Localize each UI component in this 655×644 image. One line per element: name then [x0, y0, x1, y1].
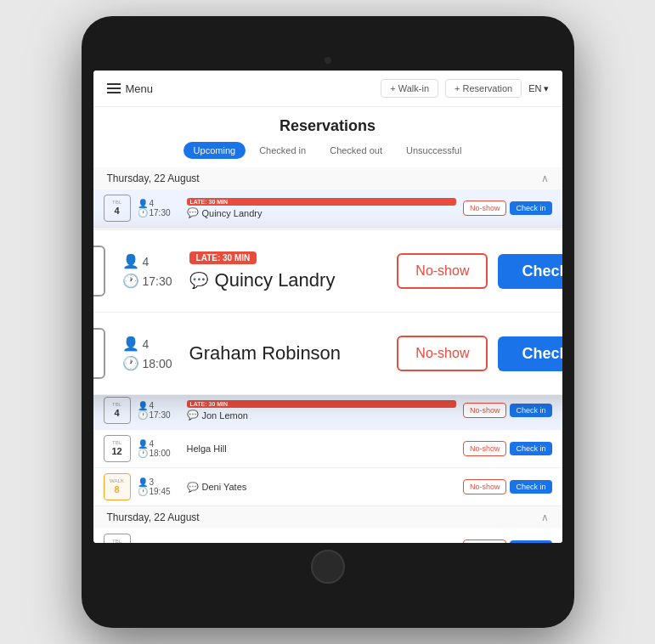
exp-no-show-button-2[interactable]: No-show — [397, 336, 488, 371]
exp-guests-2: 👤 4 — [122, 336, 172, 352]
guests-count: 4 — [150, 199, 155, 208]
time-value: 19:45 — [150, 487, 171, 496]
res-actions: No-show Check in — [463, 479, 552, 494]
no-show-button[interactable]: No-show — [463, 441, 507, 456]
table-row: TBL 4 👤 4 🕐 17:30 LATE — [93, 189, 562, 228]
ipad-frame: Menu + Walk-in + Reservation EN ▾ Reserv… — [82, 16, 574, 628]
res-time: 🕐 19:45 — [138, 487, 180, 496]
clock-icon: 🕐 — [122, 273, 139, 289]
check-in-button[interactable]: Check in — [510, 442, 551, 455]
section-date-1: Thursday, 22 August — [107, 172, 200, 184]
exp-guests-count: 4 — [143, 255, 150, 268]
name-text: Graham Robinson — [189, 342, 342, 364]
late-badge: LATE: 30 MIN — [187, 198, 456, 206]
exp-guests-count: 4 — [143, 337, 150, 351]
guest-name: Deni Yates — [202, 482, 247, 492]
person-icon: 👤 — [122, 253, 139, 269]
exp-guest-name-2: Graham Robinson — [189, 342, 381, 364]
check-in-button[interactable]: Check in — [510, 540, 551, 543]
res-time: 🕐 17:30 — [138, 208, 180, 217]
no-show-button[interactable]: No-show — [463, 539, 507, 543]
tab-upcoming[interactable]: Upcoming — [184, 142, 246, 159]
clock-icon: 🕐 — [122, 355, 139, 371]
section-header-1: Thursday, 22 August ∧ — [93, 167, 562, 189]
tab-checked-out[interactable]: Checked out — [319, 142, 392, 159]
check-in-button[interactable]: Check in — [510, 480, 551, 494]
guests-count: 4 — [150, 401, 155, 410]
tab-unsuccessful[interactable]: Unsuccessful — [396, 142, 471, 159]
person-icon: 👤 — [138, 401, 148, 410]
table-label: TBL — [112, 440, 121, 446]
table-label: TBL — [112, 402, 121, 408]
menu-button[interactable]: Menu — [107, 82, 154, 95]
table-badge: TBL 4 — [104, 397, 131, 424]
exp-check-in-button-2[interactable]: Check in — [498, 336, 562, 371]
res-info: 👤 3 🕐 19:45 — [138, 477, 180, 496]
table-number: 4 — [114, 206, 119, 217]
time-value: 18:00 — [150, 449, 171, 458]
no-show-button[interactable]: No-show — [463, 403, 507, 418]
tab-checked-in[interactable]: Checked in — [249, 142, 316, 159]
table-badge-walkin: WALK 8 — [104, 473, 131, 500]
res-guests: 👤 3 — [138, 477, 180, 487]
chevron-down-icon: ▾ — [544, 83, 549, 94]
res-name: 💬 Deni Yates — [187, 482, 456, 493]
res-time: 🕐 17:30 — [138, 410, 180, 420]
tabs-row: Upcoming Checked in Checked out Unsucces… — [93, 142, 562, 167]
page-title: Reservations — [93, 107, 562, 142]
expanded-card-1: TABLE 4 👤 4 🕐 17:30 — [93, 230, 562, 313]
person-icon: 👤 — [138, 477, 148, 487]
person-icon: 👤 — [138, 439, 148, 449]
clock-icon: 🕐 — [138, 410, 148, 420]
hamburger-icon — [107, 83, 121, 93]
time-value: 17:30 — [150, 208, 171, 217]
ipad-home-button[interactable] — [311, 550, 345, 584]
guest-name: Helga Hill — [187, 443, 227, 454]
comment-icon: 💬 — [187, 207, 199, 218]
exp-res-info-1: 👤 4 🕐 17:30 — [122, 253, 172, 289]
comment-icon: 💬 — [187, 410, 199, 421]
exp-time-2: 🕐 18:00 — [122, 355, 172, 371]
chevron-up-icon-2[interactable]: ∧ — [541, 511, 549, 523]
table-label: TBL — [112, 539, 121, 543]
table-row: WALK 8 👤 3 🕐 19:45 💬 — [93, 468, 562, 506]
res-info: 👤 4 — [138, 543, 180, 544]
res-name: 💬 Quincy Landry — [187, 207, 456, 218]
exp-guests-1: 👤 4 — [122, 253, 172, 269]
name-text: Quincy Landry — [215, 269, 336, 291]
guests-count: 3 — [150, 477, 155, 487]
scene: Menu + Walk-in + Reservation EN ▾ Reserv… — [0, 0, 655, 644]
no-show-button[interactable]: No-show — [463, 201, 507, 216]
res-actions: No-show Check in — [463, 201, 552, 216]
exp-time-value: 17:30 — [143, 274, 172, 288]
ipad-camera — [325, 57, 331, 64]
check-in-button[interactable]: Check in — [510, 201, 551, 215]
exp-table-badge-1: TABLE 4 — [93, 246, 105, 297]
app: Menu + Walk-in + Reservation EN ▾ Reserv… — [93, 71, 562, 543]
res-actions: No-show Check in — [463, 539, 552, 543]
time-value: 17:30 — [150, 410, 171, 420]
ipad-screen: Menu + Walk-in + Reservation EN ▾ Reserv… — [93, 71, 562, 543]
res-info: 👤 4 🕐 17:30 — [138, 199, 180, 217]
section-date-2: Thursday, 22 August — [107, 511, 200, 523]
chevron-up-icon-1[interactable]: ∧ — [541, 172, 549, 184]
res-guests: 👤 4 — [138, 439, 180, 449]
res-name: Michy Wong — [187, 542, 456, 543]
walkin-button[interactable]: + Walk-in — [381, 79, 438, 98]
table-label: TBL — [112, 200, 121, 206]
check-in-button[interactable]: Check in — [510, 404, 551, 417]
exp-name-area-1: LATE: 30 MIN 💬 Quincy Landry — [189, 251, 381, 291]
language-selector[interactable]: EN ▾ — [528, 83, 548, 94]
reservation-button[interactable]: + Reservation — [445, 79, 522, 98]
late-badge: LATE: 30 MIN — [187, 400, 456, 408]
clock-icon: 🕐 — [138, 449, 148, 458]
exp-check-in-button-1[interactable]: Check in — [498, 254, 562, 289]
lang-label: EN — [528, 83, 541, 93]
exp-guest-name-1: 💬 Quincy Landry — [189, 269, 381, 291]
exp-name-area-2: Graham Robinson — [189, 342, 381, 364]
table-row: TBL 6+ 👤 4 Michy Wong No-show C — [93, 528, 562, 543]
exp-no-show-button-1[interactable]: No-show — [397, 253, 488, 289]
table-row: TBL 4 👤 4 🕐 17:30 LATE — [93, 392, 562, 430]
app-header: Menu + Walk-in + Reservation EN ▾ — [93, 71, 562, 107]
no-show-button[interactable]: No-show — [463, 479, 507, 494]
